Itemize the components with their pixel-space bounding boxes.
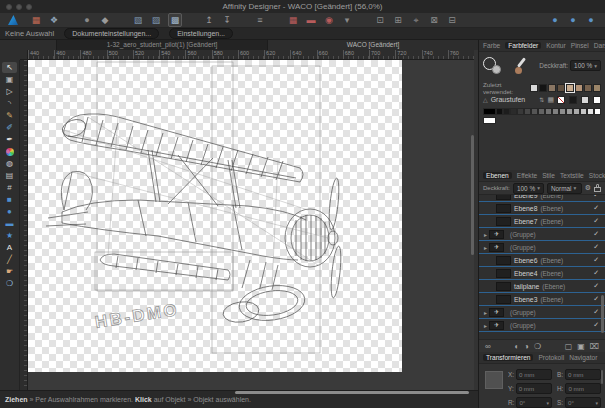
grayscale-swatch[interactable]: [566, 108, 573, 115]
transform-field-input[interactable]: 0 mm: [516, 383, 552, 394]
panel-tab[interactable]: Farbfelder: [505, 42, 541, 49]
layer-row[interactable]: ▸ ✈ (Gruppe) ✓: [479, 306, 605, 319]
layer-row[interactable]: ▸ Ebene4 (Ebene) ✓: [479, 267, 605, 280]
dropdown-caret-icon[interactable]: ▾: [341, 14, 353, 26]
corner-tool[interactable]: ◝: [2, 98, 17, 109]
grayscale-swatch[interactable]: [503, 108, 510, 115]
vector-brush-tool[interactable]: ✐: [2, 122, 17, 133]
rectangle-tool[interactable]: ■: [2, 194, 17, 205]
affinity-designer-logo[interactable]: [8, 15, 18, 25]
anchor-point-selector[interactable]: [485, 371, 503, 389]
palette-stepper-icon[interactable]: ⇅: [539, 96, 544, 103]
panel-tab[interactable]: Navigator: [569, 354, 597, 361]
grayscale-swatch[interactable]: [538, 108, 545, 115]
layer-visibility-checkbox[interactable]: ✓: [593, 295, 599, 303]
color-swatch[interactable]: [557, 84, 565, 92]
alignment-icon[interactable]: ≡: [254, 14, 266, 26]
panel-tab[interactable]: Stock: [589, 172, 605, 179]
transform-field-input[interactable]: 0 mm: [516, 369, 552, 380]
grayscale-swatch[interactable]: [483, 117, 496, 124]
gear-icon[interactable]: ⚙: [585, 184, 591, 192]
color-swatch[interactable]: [593, 84, 601, 92]
color-swatch[interactable]: [584, 84, 592, 92]
view-mode-outline-icon[interactable]: ▩: [168, 13, 182, 27]
color-swatch[interactable]: [569, 96, 577, 104]
color-swatch[interactable]: [581, 96, 589, 104]
layers-scrollbar[interactable]: [601, 295, 604, 333]
fill-color-well[interactable]: [492, 65, 501, 74]
vector-crop-tool[interactable]: #: [2, 182, 17, 193]
grayscale-swatch[interactable]: [580, 108, 587, 115]
grayscale-swatch[interactable]: [552, 108, 559, 115]
color-swatch[interactable]: [593, 96, 601, 104]
canvas-horizontal-scrollbar[interactable]: [235, 391, 469, 394]
view-tool[interactable]: ☛: [2, 266, 17, 277]
layers-opacity-dropdown[interactable]: 100 % ▾: [513, 183, 544, 194]
insert-inside-icon[interactable]: ●: [567, 14, 579, 26]
layer-row[interactable]: ▸ Ebene9 (Ebene) ✓: [479, 195, 605, 202]
layer-row[interactable]: ▸ Ebene7 (Ebene) ✓: [479, 215, 605, 228]
layer-row[interactable]: ▸ Ebene3 (Ebene) ✓: [479, 293, 605, 306]
pencil-tool[interactable]: ✎: [2, 110, 17, 121]
transform-field-input[interactable]: 0 mm: [565, 383, 601, 394]
canvas[interactable]: HB-DMO: [28, 60, 474, 390]
pixel-persona-icon[interactable]: ▦: [30, 14, 42, 26]
no-color-swatch[interactable]: [557, 96, 565, 104]
layer-row[interactable]: ▸ tailplane (Ebene) ✓: [479, 280, 605, 293]
grayscale-swatch[interactable]: [531, 108, 538, 115]
color-swatch[interactable]: [539, 84, 547, 92]
disclosure-arrow-icon[interactable]: ▸: [484, 309, 487, 316]
artboard-tool[interactable]: ▣: [2, 74, 17, 85]
panel-tab[interactable]: Effekte: [517, 172, 537, 179]
swatch-grid-icon[interactable]: ▦: [547, 96, 554, 104]
grayscale-swatch[interactable]: [545, 108, 552, 115]
artistic-text-tool[interactable]: A: [2, 242, 17, 253]
star-tool[interactable]: ★: [2, 230, 17, 241]
rotation-center-icon[interactable]: ◉: [323, 14, 335, 26]
fill-tool[interactable]: ●: [2, 146, 17, 157]
layer-visibility-checkbox[interactable]: ✓: [593, 256, 599, 264]
panel-tab[interactable]: Stile: [542, 172, 555, 179]
panel-tab[interactable]: Ebenen: [483, 172, 512, 179]
context-toolbar-button[interactable]: Dokumenteinstellungen...: [64, 28, 159, 39]
panel-tab[interactable]: Farbe: [483, 42, 500, 49]
view-mode-vector-icon[interactable]: ▧: [132, 14, 144, 26]
snap-manager-icon[interactable]: ⌖: [410, 14, 422, 26]
ellipse-tool[interactable]: ●: [2, 206, 17, 217]
color-swatch[interactable]: [530, 84, 538, 92]
transform-scrollbar[interactable]: [601, 370, 603, 384]
grayscale-swatch[interactable]: [594, 108, 601, 115]
layer-visibility-checkbox[interactable]: ✓: [593, 204, 599, 212]
opacity-dropdown[interactable]: 100 % ▾: [570, 60, 601, 71]
grayscale-swatch[interactable]: [496, 108, 503, 115]
layer-visibility-checkbox[interactable]: ✓: [593, 230, 599, 238]
panel-tab[interactable]: Protokoll: [538, 354, 564, 361]
layer-visibility-checkbox[interactable]: ✓: [593, 195, 599, 199]
move-forward-icon[interactable]: ↥: [203, 14, 215, 26]
insert-on-top-icon[interactable]: ●: [585, 14, 597, 26]
layer-row[interactable]: ▸ ✈ (Gruppe) ✓: [479, 241, 605, 254]
layer-visibility-checkbox[interactable]: ✓: [593, 321, 599, 329]
layer-row[interactable]: ▸ ✈ (Gruppe) ✓: [479, 228, 605, 241]
grayscale-swatch[interactable]: [510, 108, 517, 115]
grayscale-swatch[interactable]: [559, 108, 566, 115]
panel-tab[interactable]: Textstile: [560, 172, 584, 179]
context-toolbar-button[interactable]: Einstellungen...: [169, 28, 233, 39]
transform-field-input[interactable]: 0°: [565, 397, 601, 408]
canvas-vertical-scrollbar[interactable]: [471, 135, 474, 255]
pixel-alignment-icon[interactable]: ⊠: [428, 14, 440, 26]
fill-stroke-selector[interactable]: [483, 56, 509, 78]
layer-row[interactable]: ▸ ✈ (Gruppe) ✓: [479, 319, 605, 332]
transform-field-input[interactable]: 0 mm: [565, 369, 601, 380]
transparency-tool[interactable]: ◍: [2, 158, 17, 169]
color-picker-tool[interactable]: ╱: [2, 254, 17, 265]
layer-visibility-checkbox[interactable]: ✓: [593, 217, 599, 225]
insert-behind-icon[interactable]: ●: [549, 14, 561, 26]
move-backward-icon[interactable]: ↧: [221, 14, 233, 26]
rounded-rectangle-tool[interactable]: ▬: [2, 218, 17, 229]
disclosure-arrow-icon[interactable]: ▸: [484, 231, 487, 238]
layer-visibility-checkbox[interactable]: ✓: [593, 269, 599, 277]
grayscale-swatch[interactable]: [587, 108, 594, 115]
show-grid-icon[interactable]: ▦: [287, 14, 299, 26]
move-tool[interactable]: ↖: [2, 62, 17, 73]
